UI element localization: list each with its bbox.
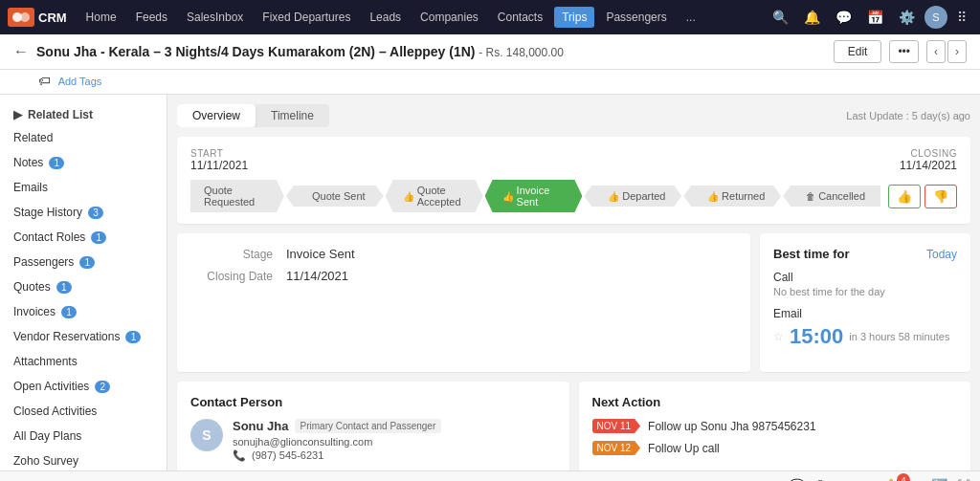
sidebar-item-passengers[interactable]: Passengers 1 — [0, 250, 167, 274]
add-tags-button[interactable]: Add Tags — [58, 76, 102, 87]
nav-companies[interactable]: Companies — [412, 7, 486, 28]
user-avatar[interactable]: S — [924, 6, 947, 29]
sidebar-item-closed-activities[interactable]: Closed Activities — [0, 399, 167, 424]
stage-label: Returned — [722, 190, 765, 202]
stage-returned[interactable]: 👍 Returned — [683, 186, 781, 207]
start-label: START — [190, 148, 248, 159]
sidebar-item-label: Notes — [13, 156, 43, 169]
stage-label: Departed — [622, 190, 665, 202]
last-update-text: Last Update : 5 day(s) ago — [846, 110, 970, 121]
next-action-card: Next Action NOV 11 Follow up Sonu Jha 98… — [579, 382, 971, 470]
start-date: START 11/11/2021 — [190, 148, 248, 172]
best-time-title: Best time for — [773, 247, 849, 261]
sidebar-item-label: Stage History — [13, 206, 82, 219]
sidebar-item-label: Quotes — [13, 280, 51, 294]
nav-passengers[interactable]: Passengers — [598, 7, 674, 28]
calendar-icon[interactable]: 📅 — [861, 6, 889, 29]
tab-overview[interactable]: Overview — [177, 104, 256, 127]
sidebar-item-label: Open Activities — [13, 380, 89, 393]
stage-quote-accepted[interactable]: 👍 Quote Accepted — [386, 180, 483, 212]
sidebar-item-emails[interactable]: Emails — [0, 175, 167, 200]
nav-salesinbox[interactable]: SalesInbox — [179, 7, 251, 28]
contact-phone-value: (987) 545-6231 — [252, 449, 323, 461]
stage-history-badge: 3 — [88, 207, 103, 219]
sidebar-item-label: Invoices — [13, 305, 56, 318]
edit-button[interactable]: Edit — [834, 40, 882, 63]
stage-cancelled[interactable]: 🗑 Cancelled — [783, 186, 880, 207]
app-logo[interactable]: CRM — [8, 8, 67, 27]
contact-type-badge: Primary Contact and Passenger — [295, 419, 442, 433]
email-time-value: 15:00 — [790, 324, 843, 349]
breadcrumb-bar: ← Sonu Jha - Kerala – 3 Nights/4 Days Ku… — [0, 34, 980, 70]
sidebar-item-contact-roles[interactable]: Contact Roles 1 — [0, 225, 167, 250]
stage-quote-requested[interactable]: Quote Requested — [190, 180, 284, 212]
search-icon[interactable]: 🔍 — [767, 6, 794, 29]
more-options-button[interactable]: ••• — [889, 40, 919, 63]
sidebar-header: ▶ Related List — [0, 102, 167, 125]
sidebar-item-invoices[interactable]: Invoices 1 — [0, 299, 167, 324]
tab-timeline[interactable]: Timeline — [256, 104, 329, 127]
nav-feeds[interactable]: Feeds — [128, 7, 175, 28]
prev-record-button[interactable]: ‹ — [926, 40, 946, 63]
quotes-badge: 1 — [56, 281, 72, 294]
contact-name-row: Sonu Jha Primary Contact and Passenger — [233, 419, 441, 433]
settings-icon[interactable]: ⚙️ — [893, 6, 921, 29]
reject-button[interactable]: 👎 — [924, 185, 957, 208]
phone-icon: 📞 — [233, 449, 246, 461]
bell-icon[interactable]: 🔔 — [798, 6, 826, 29]
nav-trips[interactable]: Trips — [554, 7, 594, 28]
sidebar-item-related[interactable]: Related — [0, 125, 167, 150]
star-icon: ☆ — [773, 330, 784, 343]
sidebar-item-label: Related — [13, 131, 53, 144]
sidebar-item-zoho-survey[interactable]: Zoho Survey — [0, 448, 167, 470]
refresh-icon[interactable]: 🔄 — [931, 478, 947, 482]
contact-phone: 📞 (987) 545-6231 — [233, 449, 441, 462]
stage-departed[interactable]: 👍 Departed — [584, 186, 681, 207]
open-activities-badge: 2 — [95, 381, 110, 393]
closing-date-value: 11/14/2021 — [286, 269, 348, 283]
apps-icon[interactable]: ⠿ — [951, 6, 972, 29]
stage-quote-sent[interactable]: Quote Sent — [286, 186, 384, 207]
nav-contacts[interactable]: Contacts — [490, 7, 550, 28]
nav-more[interactable]: ... — [679, 7, 703, 28]
today-button[interactable]: Today — [926, 248, 957, 261]
sidebar-item-label: Vendor Reservations — [13, 330, 120, 343]
app-name: CRM — [38, 11, 67, 25]
stage-invoice-sent[interactable]: 👍 Invoice Sent — [485, 180, 583, 212]
nav-leads[interactable]: Leads — [362, 7, 409, 28]
sidebar-toggle-icon[interactable]: ▶ — [13, 108, 22, 121]
nav-fixed-departures[interactable]: Fixed Departures — [255, 7, 358, 28]
sidebar-item-stage-history[interactable]: Stage History 3 — [0, 200, 167, 225]
thumb-up-icon: 👍 — [608, 191, 619, 202]
nav-home[interactable]: Home — [78, 7, 124, 28]
svg-point-1 — [20, 12, 30, 22]
sidebar-title: Related List — [28, 108, 93, 121]
action-badge-nov11: NOV 11 — [592, 419, 641, 433]
mic-icon[interactable]: 🎙 — [814, 478, 828, 482]
sidebar-item-vendor-reservations[interactable]: Vendor Reservations 1 — [0, 324, 167, 349]
approve-button[interactable]: 👍 — [888, 185, 921, 208]
closing-date-field: Closing Date 11/14/2021 — [190, 269, 737, 283]
trash-icon: 🗑 — [806, 191, 815, 202]
next-record-button[interactable]: › — [947, 40, 967, 63]
contact-email[interactable]: sonujha@glionconsulting.com — [233, 436, 441, 448]
stage-label: Quote Sent — [312, 190, 366, 202]
expand-icon[interactable]: ⛶ — [957, 478, 970, 482]
closing-date-label: Closing Date — [190, 270, 286, 283]
tags-row: 🏷 Add Tags — [0, 70, 980, 95]
sidebar-item-all-day-plans[interactable]: All Day Plans — [0, 424, 167, 448]
back-button[interactable]: ← — [13, 43, 29, 60]
sidebar-item-notes[interactable]: Notes 1 — [0, 150, 167, 175]
contact-name[interactable]: Sonu Jha — [233, 419, 289, 433]
stage-label: Quote Requested — [204, 185, 275, 208]
contact-avatar: S — [190, 419, 223, 451]
chat-icon[interactable]: 💬 — [830, 6, 858, 29]
contact-card: Contact Person S Sonu Jha Primary Contac… — [177, 382, 569, 470]
nav-arrows: ‹ › — [926, 40, 967, 63]
sidebar-item-quotes[interactable]: Quotes 1 — [0, 274, 167, 299]
contact-roles-badge: 1 — [91, 231, 106, 244]
sidebar-item-open-activities[interactable]: Open Activities 2 — [0, 374, 167, 399]
stage-value: Invoice Sent — [286, 247, 355, 261]
sidebar-item-attachments[interactable]: Attachments — [0, 349, 167, 374]
chat-bottom-icon[interactable]: 💬 — [789, 478, 805, 482]
